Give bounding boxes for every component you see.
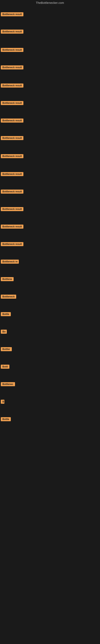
result-row-21: Bottl <box>0 364 10 370</box>
bottleneck-badge-2[interactable]: Bottleneck result <box>1 30 23 34</box>
result-row-19: Bo <box>0 329 8 335</box>
bottleneck-badge-7[interactable]: Bottleneck result <box>1 118 23 122</box>
result-row-15: Bottleneck re <box>0 259 20 265</box>
bottleneck-badge-4[interactable]: Bottleneck result <box>1 66 23 70</box>
result-row-2: Bottleneck result <box>0 29 24 35</box>
bottleneck-badge-5[interactable]: Bottleneck result <box>1 84 23 88</box>
bottleneck-badge-19[interactable]: Bo <box>1 330 7 334</box>
result-row-6: Bottleneck result <box>0 100 24 107</box>
result-row-18: Bottle <box>0 311 12 318</box>
bottleneck-badge-15[interactable]: Bottleneck re <box>1 260 19 264</box>
result-row-13: Bottleneck result <box>0 224 24 230</box>
result-row-1: Bottleneck result <box>0 12 24 18</box>
result-row-24: Bottle <box>0 416 12 423</box>
bottleneck-badge-3[interactable]: Bottleneck result <box>1 48 23 52</box>
bottleneck-badge-6[interactable]: Bottleneck result <box>1 101 23 105</box>
bottleneck-badge-1[interactable]: Bottleneck result <box>1 12 23 16</box>
bottleneck-badge-14[interactable]: Bottleneck result <box>1 242 23 246</box>
result-row-16: Bottlene <box>0 276 14 283</box>
bottleneck-badge-22[interactable]: Bottlenec <box>1 382 15 386</box>
result-row-7: Bottleneck result <box>0 118 24 124</box>
site-title: TheBottlenecker.com <box>0 0 100 6</box>
bottleneck-badge-8[interactable]: Bottleneck result <box>1 136 23 140</box>
result-row-10: Bottleneck result <box>0 171 24 178</box>
result-row-5: Bottleneck result <box>0 83 24 89</box>
result-row-17: Bottleneck <box>0 294 17 300</box>
bottleneck-badge-21[interactable]: Bottl <box>1 365 9 369</box>
result-row-23: B <box>0 399 5 405</box>
bottleneck-badge-10[interactable]: Bottleneck result <box>1 172 23 176</box>
page-wrapper: TheBottlenecker.com Bottleneck resultBot… <box>0 0 100 644</box>
result-row-20: Bottler <box>0 346 13 353</box>
result-row-3: Bottleneck result <box>0 47 24 54</box>
bottleneck-badge-16[interactable]: Bottlene <box>1 277 14 281</box>
result-row-11: Bottleneck result <box>0 189 24 195</box>
result-row-14: Bottleneck result <box>0 241 24 248</box>
bottleneck-badge-24[interactable]: Bottle <box>1 417 11 421</box>
result-row-8: Bottleneck result <box>0 135 24 142</box>
bottleneck-badge-20[interactable]: Bottler <box>1 347 12 351</box>
bottleneck-badge-13[interactable]: Bottleneck result <box>1 224 23 228</box>
result-row-4: Bottleneck result <box>0 64 24 71</box>
bottleneck-badge-17[interactable]: Bottleneck <box>1 295 16 299</box>
result-row-22: Bottlenec <box>0 381 16 388</box>
result-row-12: Bottleneck result <box>0 206 24 213</box>
bottleneck-badge-12[interactable]: Bottleneck result <box>1 207 23 211</box>
result-row-9: Bottleneck result <box>0 153 24 160</box>
bottleneck-badge-11[interactable]: Bottleneck result <box>1 190 23 194</box>
bottleneck-badge-18[interactable]: Bottle <box>1 312 11 316</box>
bottleneck-badge-23[interactable]: B <box>1 400 4 404</box>
bottleneck-badge-9[interactable]: Bottleneck result <box>1 154 23 158</box>
